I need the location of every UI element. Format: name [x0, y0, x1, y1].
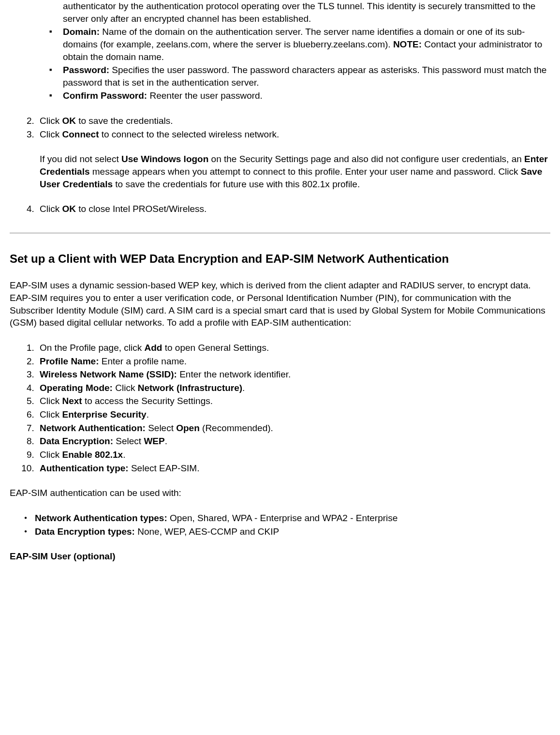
text: Click [40, 204, 62, 214]
field-label: Domain: [63, 27, 100, 37]
section-intro: EAP-SIM uses a dynamic session-based WEP… [10, 279, 550, 329]
bold-text: OK [62, 116, 76, 126]
text: Enter the network identifier. [177, 369, 291, 379]
text: to connect to the selected wireless netw… [99, 129, 279, 139]
step-4: Click OK to close Intel PROSet/Wireless. [37, 203, 550, 215]
bold-text: Profile Name: [40, 356, 99, 366]
text: to access the Security Settings. [82, 396, 213, 406]
list-item: Password: Specifies the user password. T… [49, 64, 550, 89]
eap-sim-steps: On the Profile page, click Add to open G… [10, 342, 550, 474]
step: Click Enable 802.1x. [37, 449, 550, 461]
bold-text: Authentication type: [40, 463, 129, 473]
bold-text: Network Authentication: [40, 423, 146, 433]
text: . [165, 436, 167, 446]
field-text: Specifies the user password. The passwor… [63, 65, 546, 88]
auth-compat-list: Network Authentication types: Open, Shar… [10, 512, 550, 538]
bold-text: Open [176, 423, 200, 433]
step-2: Click OK to save the credentials. [37, 115, 550, 127]
document-page: authenticator by the authentication prot… [10, 0, 550, 563]
bold-text: Network (Infrastructure) [138, 383, 242, 393]
text: . [123, 450, 125, 460]
bold-text: Enable 802.1x [62, 450, 123, 460]
note-label: NOTE: [393, 39, 422, 49]
bold-text: Use Windows logon [121, 154, 208, 164]
text: Click [113, 383, 138, 393]
list-item: Data Encryption types: None, WEP, AES-CC… [24, 525, 550, 538]
bold-text: Enterprise Security [62, 409, 146, 420]
step-3-note: If you did not select Use Windows logon … [40, 153, 550, 190]
text: Open, Shared, WPA - Enterprise and WPA2 … [167, 513, 398, 523]
auth-lead-in: EAP-SIM authentication can be used with: [10, 487, 550, 499]
bold-text: Network Authentication types: [35, 513, 167, 523]
text: Click [40, 396, 62, 406]
text: Click [40, 409, 62, 420]
text: . [242, 383, 245, 393]
step: Click Next to access the Security Settin… [37, 395, 550, 407]
bold-text: Add [145, 343, 162, 353]
text: Click [40, 116, 62, 126]
step: Authentication type: Select EAP-SIM. [37, 462, 550, 475]
text: If you did not select [40, 154, 121, 164]
list-item: Domain: Name of the domain on the authen… [49, 26, 550, 63]
text: to save the credentials. [76, 116, 173, 126]
text: Click [40, 450, 62, 460]
bold-text: Data Encryption types: [35, 526, 135, 537]
continuation-text: authenticator by the authentication prot… [49, 0, 550, 25]
section-heading: Set up a Client with WEP Data Encryption… [10, 251, 550, 267]
bold-text: Next [62, 396, 82, 406]
step: Network Authentication: Select Open (Rec… [37, 422, 550, 435]
text: Click [40, 129, 62, 139]
text: to close Intel PROSet/Wireless. [76, 204, 206, 214]
step: Wireless Network Name (SSID): Enter the … [37, 368, 550, 381]
field-label: Password: [63, 65, 109, 75]
text: Select [113, 436, 144, 446]
text: Select [146, 423, 176, 433]
list-item: Confirm Password: Reenter the user passw… [49, 90, 550, 102]
bold-text: Data Encryption: [40, 436, 113, 446]
text: . [147, 409, 149, 420]
bold-text: OK [62, 204, 76, 214]
bold-text: Operating Mode: [40, 383, 113, 393]
list-item: Network Authentication types: Open, Shar… [24, 512, 550, 525]
bold-text: Connect [62, 129, 99, 139]
section-divider [10, 233, 550, 234]
text: authenticator by the authentication prot… [63, 1, 535, 24]
bold-text: Wireless Network Name (SSID): [40, 369, 177, 379]
text: (Recommended). [200, 423, 273, 433]
field-label: Confirm Password: [63, 90, 147, 101]
text: None, WEP, AES-CCMP and CKIP [135, 526, 279, 537]
text: to open General Settings. [162, 343, 269, 353]
text: On the Profile page, click [40, 343, 145, 353]
step: Operating Mode: Click Network (Infrastru… [37, 382, 550, 394]
bold-text: WEP [144, 436, 164, 446]
text: message appears when you attempt to conn… [89, 166, 520, 177]
step: Data Encryption: Select WEP. [37, 435, 550, 448]
credential-sub-bullets: authenticator by the authentication prot… [10, 0, 550, 102]
text: to save the credentials for future use w… [113, 179, 360, 189]
text: on the Security Settings page and also d… [208, 154, 524, 164]
step: Click Enterprise Security. [37, 408, 550, 421]
sub-heading: EAP-SIM User (optional) [10, 550, 550, 563]
field-text: Reenter the user password. [147, 90, 263, 101]
main-steps-list: Click OK to save the credentials. Click … [10, 115, 550, 215]
step: On the Profile page, click Add to open G… [37, 342, 550, 354]
text: Enter a profile name. [99, 356, 187, 366]
text: Select EAP-SIM. [129, 463, 200, 473]
step-3: Click Connect to connect to the selected… [37, 128, 550, 191]
step: Profile Name: Enter a profile name. [37, 355, 550, 368]
